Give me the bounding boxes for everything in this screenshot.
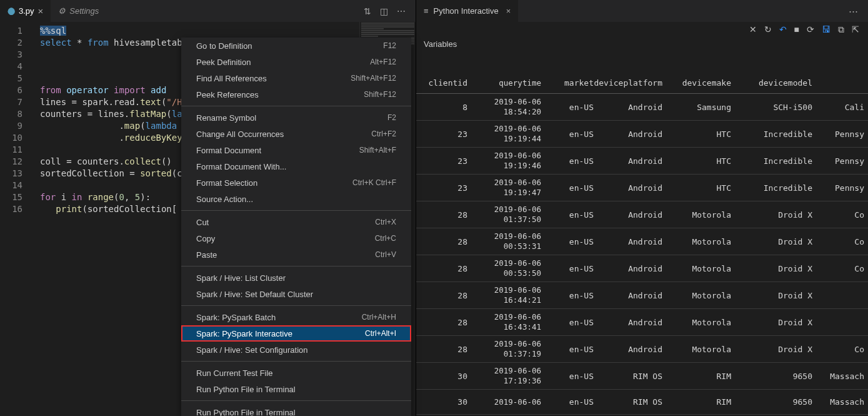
menu-item[interactable]: CutCtrl+X <box>181 214 411 230</box>
interactive-tabs: ≡ Python Interactive × ⋯ <box>416 0 868 22</box>
menu-item[interactable]: Run Current Test File <box>181 365 411 381</box>
cell: en-US <box>550 103 594 112</box>
menu-item-shortcut: Shift+F12 <box>364 90 396 99</box>
copy-icon[interactable]: ⧉ <box>838 24 844 35</box>
cell: Android <box>594 103 662 112</box>
restart-icon[interactable]: ⟳ <box>807 24 814 34</box>
menu-item[interactable]: Go to DefinitionF12 <box>181 38 411 54</box>
menu-item-label: Spark / Hive: List Cluster <box>196 273 286 283</box>
stop-icon[interactable]: ■ <box>794 24 799 34</box>
cell: en-US <box>550 345 594 354</box>
compare-icon[interactable]: ⇅ <box>364 6 371 16</box>
table-row[interactable]: 282019-06-0616:44:21en-USAndroidMotorola… <box>416 282 868 309</box>
gear-icon: ⚙ <box>58 6 66 16</box>
cell: Pennsy <box>812 156 864 166</box>
menu-item-label: Paste <box>196 250 217 260</box>
menu-item[interactable]: CopyCtrl+C <box>181 230 411 246</box>
cell: Droid X <box>731 237 812 246</box>
save-icon[interactable]: 🖫 <box>822 24 831 34</box>
menu-item-label: Find All References <box>196 74 267 83</box>
cell: 2019-06-0600:53:31 <box>476 231 550 251</box>
menu-item[interactable]: Source Action... <box>181 191 411 207</box>
table-row[interactable]: 282019-06-0601:37:19en-USAndroidMotorola… <box>416 336 868 363</box>
cell: RIM OS <box>594 372 662 381</box>
line-gutter: 12345678910111213141516 <box>0 22 34 416</box>
table-header: clientidquerytimemarketdeviceplatformdev… <box>416 72 868 94</box>
cell: 2019-06-0619:19:47 <box>476 178 550 198</box>
cell: Motorola <box>662 237 731 246</box>
table-row[interactable]: 302019-06-06en-USRIM OSRIM9650Massach <box>416 390 868 415</box>
cell: Incredible <box>731 183 812 193</box>
menu-item[interactable]: Find All ReferencesShift+Alt+F12 <box>181 70 411 86</box>
cell: en-US <box>550 156 594 166</box>
list-icon: ≡ <box>424 6 429 16</box>
refresh-icon[interactable]: ↻ <box>764 24 772 34</box>
col-header: clientid <box>420 78 476 88</box>
cell: Motorola <box>662 210 731 220</box>
split-icon[interactable]: ◫ <box>380 6 388 16</box>
menu-item[interactable]: Format DocumentShift+Alt+F <box>181 142 411 158</box>
table-row[interactable]: 232019-06-0619:19:47en-USAndroidHTCIncre… <box>416 175 868 201</box>
table-row[interactable]: 282019-06-0600:53:50en-USAndroidMotorola… <box>416 255 868 282</box>
variables-header[interactable]: Variables <box>416 37 868 53</box>
cell: Android <box>594 264 662 273</box>
menu-item-label: Format Selection <box>196 178 257 188</box>
cell: en-US <box>550 318 594 327</box>
menu-item[interactable]: Spark: PySpark InteractiveCtrl+Alt+I <box>181 325 411 342</box>
cell: Droid X <box>731 345 812 354</box>
menu-item[interactable]: Spark / Hive: Set Default Cluster <box>181 286 411 302</box>
menu-item[interactable]: Run Python File in Terminal <box>181 381 411 397</box>
tab-pi-label: Python Interactive <box>434 6 499 16</box>
interactive-toolbar: ✕ ↻ ↶ ■ ⟳ 🖫 ⧉ ⇱ <box>416 22 868 37</box>
menu-item[interactable]: Run Python File in Terminal <box>181 404 411 416</box>
cell: Co <box>812 345 864 354</box>
menu-item-label: Format Document With... <box>196 162 286 171</box>
undo-icon[interactable]: ↶ <box>779 24 787 34</box>
close-icon[interactable]: × <box>506 6 511 16</box>
code-body[interactable]: %%sqlselect * from hivesampletabl from o… <box>34 22 198 416</box>
menu-item-label: Change All Occurrences <box>196 129 284 139</box>
menu-item-label: Spark / Hive: Set Default Cluster <box>196 290 313 299</box>
col-header: devicemake <box>662 78 731 88</box>
menu-item[interactable]: Rename SymbolF2 <box>181 109 411 126</box>
menu-item[interactable]: Spark / Hive: List Cluster <box>181 270 411 286</box>
table-row[interactable]: 302019-06-0617:19:36en-USRIM OSRIM9650Ma… <box>416 363 868 390</box>
close-icon[interactable]: ✕ <box>749 24 757 34</box>
table-row[interactable]: 232019-06-0619:19:44en-USAndroidHTCIncre… <box>416 121 868 148</box>
menu-item-label: Copy <box>196 234 215 243</box>
table-row[interactable]: 282019-06-0616:43:41en-USAndroidMotorola… <box>416 309 868 336</box>
cell: 28 <box>420 291 476 300</box>
menu-item[interactable]: Spark: PySpark BatchCtrl+Alt+H <box>181 309 411 325</box>
tab-file[interactable]: ⬤ 3.py × <box>0 0 51 22</box>
cell: 28 <box>420 345 476 354</box>
close-icon[interactable]: × <box>38 6 44 16</box>
menu-item[interactable]: Format SelectionCtrl+K Ctrl+F <box>181 175 411 191</box>
export-icon[interactable]: ⇱ <box>852 24 859 34</box>
cell: 23 <box>420 183 476 193</box>
more-icon[interactable]: ⋯ <box>849 6 859 17</box>
cell: Pennsy <box>812 129 864 139</box>
menu-item[interactable]: Peek DefinitionAlt+F12 <box>181 54 411 70</box>
cell: 2019-06-0616:44:21 <box>476 285 550 305</box>
cell: 2019-06-0600:53:50 <box>476 258 550 278</box>
table-row[interactable]: 232019-06-0619:19:46en-USAndroidHTCIncre… <box>416 148 868 175</box>
menu-item[interactable]: PasteCtrl+V <box>181 246 411 263</box>
cell: 8 <box>420 103 476 112</box>
cell: en-US <box>550 264 594 273</box>
table-row[interactable]: 282019-06-0600:53:31en-USAndroidMotorola… <box>416 228 868 255</box>
cell: en-US <box>550 291 594 300</box>
menu-item[interactable]: Peek ReferencesShift+F12 <box>181 86 411 103</box>
menu-item[interactable]: Format Document With... <box>181 158 411 175</box>
menu-item[interactable]: Spark / Hive: Set Configuration <box>181 342 411 358</box>
cell: Android <box>594 291 662 300</box>
cell: 28 <box>420 264 476 273</box>
tab-settings[interactable]: ⚙ Settings <box>51 0 106 22</box>
table-row[interactable]: 282019-06-0601:37:50en-USAndroidMotorola… <box>416 201 868 228</box>
menu-item-shortcut: Ctrl+Alt+I <box>365 329 396 338</box>
menu-item[interactable]: Change All OccurrencesCtrl+F2 <box>181 126 411 142</box>
table-row[interactable]: 82019-06-0618:54:20en-USAndroidSamsungSC… <box>416 94 868 121</box>
more-icon[interactable]: ⋯ <box>397 6 407 16</box>
cell: 28 <box>420 210 476 220</box>
data-results: clientidquerytimemarketdeviceplatformdev… <box>416 53 868 416</box>
tab-python-interactive[interactable]: ≡ Python Interactive × <box>416 0 518 22</box>
